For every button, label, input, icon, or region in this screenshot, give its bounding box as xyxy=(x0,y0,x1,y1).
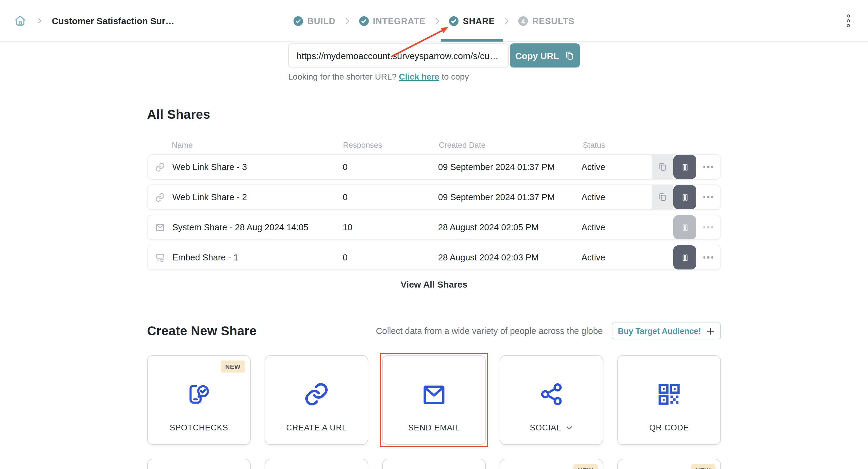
responses-count: 0 xyxy=(343,162,438,172)
pause-icon xyxy=(680,223,689,232)
table-row[interactable]: Web Link Share - 2 0 09 September 2024 0… xyxy=(147,184,721,210)
actions-spacer xyxy=(652,215,673,239)
card-spotchecks[interactable]: NEW SPOTCHECKS xyxy=(147,355,251,445)
check-circle-icon xyxy=(359,16,369,26)
row-actions xyxy=(652,215,720,239)
step-build[interactable]: BUILD xyxy=(293,16,336,26)
share-name: Embed Share - 1 xyxy=(173,253,343,262)
chevron-right-icon xyxy=(434,17,441,25)
view-all-shares-link[interactable]: View All Shares xyxy=(147,279,721,289)
pause-icon xyxy=(680,193,689,201)
check-circle-icon xyxy=(293,16,303,26)
created-date: 28 August 2024 02:05 PM xyxy=(438,222,581,232)
mail-icon xyxy=(148,222,173,232)
status-text: Active xyxy=(581,162,652,172)
share-name: Web Link Share - 2 xyxy=(173,192,343,202)
chevron-right-icon xyxy=(344,17,350,25)
status-text: Active xyxy=(581,253,652,262)
created-date: 09 September 2024 01:37 PM xyxy=(438,192,581,202)
created-date: 09 September 2024 01:37 PM xyxy=(438,162,581,172)
share-name: Web Link Share - 3 xyxy=(173,162,343,172)
qr-code-icon xyxy=(618,381,720,408)
home-icon[interactable] xyxy=(13,14,27,28)
table-row[interactable]: System Share - 28 Aug 2024 14:05 10 28 A… xyxy=(147,215,721,240)
share-url-input[interactable] xyxy=(288,43,509,67)
breadcrumb: Customer Satisfaction Sur… xyxy=(13,0,175,41)
pause-icon xyxy=(680,253,689,262)
column-header-status: Status xyxy=(583,140,653,150)
more-options-button[interactable] xyxy=(696,155,720,179)
plus-icon xyxy=(706,326,715,336)
card-label: SPOTCHECKS xyxy=(148,423,250,432)
pause-share-button-disabled xyxy=(673,215,696,239)
card-partial[interactable] xyxy=(265,459,368,469)
pause-share-button[interactable] xyxy=(673,155,696,179)
new-badge: NEW xyxy=(690,464,715,469)
all-shares-title: All Shares xyxy=(147,107,721,122)
duplicate-share-button[interactable] xyxy=(652,185,673,209)
create-new-share-title: Create New Share xyxy=(147,324,257,338)
link-icon xyxy=(148,192,173,202)
chevron-right-icon xyxy=(503,17,510,25)
embed-icon xyxy=(148,252,173,262)
copy-icon xyxy=(564,50,575,61)
top-navigation-bar: Customer Satisfaction Sur… BUILD INTEGRA… xyxy=(0,0,868,41)
step-share[interactable]: SHARE xyxy=(449,16,495,26)
card-qr-code[interactable]: QR CODE xyxy=(617,355,721,445)
mail-icon xyxy=(383,381,485,409)
check-circle-icon xyxy=(449,16,459,26)
row-actions xyxy=(652,245,720,270)
more-options-button[interactable] xyxy=(696,215,720,239)
table-header: Name Responses Created Date Status xyxy=(147,140,721,150)
card-label: CREATE A URL xyxy=(265,423,368,432)
status-text: Active xyxy=(581,192,652,202)
row-actions xyxy=(652,155,720,179)
pause-icon xyxy=(680,162,689,171)
chevron-down-icon xyxy=(565,424,573,432)
share-nodes-icon xyxy=(500,381,603,408)
new-badge: NEW xyxy=(573,464,598,469)
more-menu-button[interactable] xyxy=(846,0,850,41)
table-row[interactable]: Embed Share - 1 0 28 August 2024 02:03 P… xyxy=(147,245,721,270)
shorter-url-text: Looking for the shorter URL?Click hereto… xyxy=(288,72,580,82)
responses-count: 10 xyxy=(343,222,438,232)
buy-target-audience-button[interactable]: Buy Target Audience! xyxy=(612,322,721,339)
card-social[interactable]: SOCIAL xyxy=(500,355,603,445)
card-partial[interactable]: NEW xyxy=(617,459,721,469)
pause-share-button[interactable] xyxy=(673,245,696,270)
link-icon xyxy=(148,162,173,172)
created-date: 28 August 2024 02:03 PM xyxy=(438,253,581,262)
actions-spacer xyxy=(652,245,673,270)
card-partial[interactable]: NEW xyxy=(500,459,603,469)
status-text: Active xyxy=(581,222,652,232)
click-here-link[interactable]: Click here xyxy=(399,72,439,82)
table-row[interactable]: Web Link Share - 3 0 09 September 2024 0… xyxy=(147,154,721,180)
step-integrate[interactable]: INTEGRATE xyxy=(359,16,425,26)
active-step-underline xyxy=(441,39,503,41)
more-options-button[interactable] xyxy=(696,245,720,270)
copy-url-button[interactable]: Copy URL xyxy=(510,43,580,67)
card-partial[interactable] xyxy=(382,459,486,469)
card-label: SOCIAL xyxy=(500,423,603,432)
duplicate-share-button[interactable] xyxy=(652,155,673,179)
more-options-button[interactable] xyxy=(696,185,720,209)
copy-icon xyxy=(658,192,667,202)
breadcrumb-chevron-icon xyxy=(36,17,43,25)
share-name: System Share - 28 Aug 2024 14:05 xyxy=(173,222,343,232)
progress-steps: BUILD INTEGRATE SHARE 4 RESULTS xyxy=(293,0,575,41)
column-header-created-date: Created Date xyxy=(439,140,583,150)
card-label: SEND EMAIL xyxy=(383,423,485,432)
responses-count: 0 xyxy=(343,253,438,262)
share-url-bar: Copy URL xyxy=(0,43,868,67)
card-partial[interactable] xyxy=(147,459,251,469)
copy-icon xyxy=(658,162,667,172)
card-create-a-url[interactable]: CREATE A URL xyxy=(265,355,368,445)
row-actions xyxy=(652,185,720,209)
new-badge: NEW xyxy=(220,361,245,373)
step-results[interactable]: 4 RESULTS xyxy=(518,16,575,26)
column-header-name: Name xyxy=(172,140,343,150)
link-icon xyxy=(265,381,368,408)
card-label: QR CODE xyxy=(618,423,720,432)
card-send-email[interactable]: SEND EMAIL xyxy=(382,355,486,445)
pause-share-button[interactable] xyxy=(673,185,696,209)
